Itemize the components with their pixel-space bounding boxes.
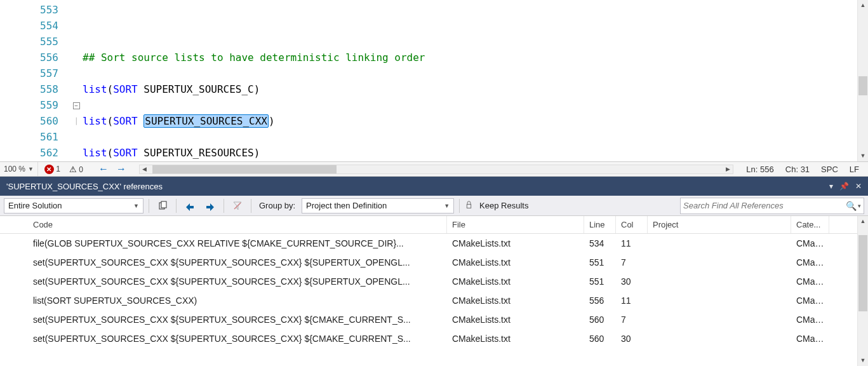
result-file: CMakeLists.txt (447, 315, 584, 325)
result-file: CMakeLists.txt (447, 257, 584, 268)
result-line: 551 (584, 257, 616, 268)
result-code: set(SUPERTUX_SOURCES_CXX ${SUPERTUX_SOUR… (28, 257, 447, 268)
groupby-combo[interactable]: Project then Definition▼ (302, 198, 454, 214)
result-file: CMakeLists.txt (447, 276, 584, 287)
column-header-line[interactable]: Line (584, 216, 616, 233)
column-header-file[interactable]: File (447, 216, 584, 233)
result-col: 11 (616, 238, 648, 248)
result-row[interactable]: set(SUPERTUX_SOURCES_CXX ${SUPERTUX_SOUR… (0, 310, 868, 329)
editor-horizontal-scrollbar[interactable]: ◀ ▶ (139, 165, 733, 174)
warnings-indicator[interactable]: ⚠ 0 (69, 165, 83, 174)
result-file: CMakeLists.txt (447, 295, 584, 306)
result-code: set(SUPERTUX_SOURCES_CXX ${SUPERTUX_SOUR… (28, 334, 447, 344)
fold-column[interactable]: − │ (70, 0, 83, 161)
result-code: list(SORT SUPERTUX_SOURCES_CXX) (28, 295, 447, 306)
result-code: set(SUPERTUX_SOURCES_CXX ${SUPERTUX_SOUR… (28, 276, 447, 287)
scroll-right-icon[interactable]: ▶ (723, 166, 733, 172)
result-category: CMak... (791, 295, 829, 306)
keep-results-toggle[interactable]: Keep Results (477, 201, 531, 210)
scrollbar-thumb[interactable] (858, 76, 867, 95)
result-col: 7 (616, 315, 648, 325)
result-line: 551 (584, 276, 616, 287)
result-col: 30 (616, 334, 648, 344)
nav-back-button[interactable]: ← (98, 163, 109, 175)
results-vertical-scrollbar[interactable]: ▲ ▼ (857, 216, 868, 366)
result-col: 11 (616, 295, 648, 306)
column-header-col[interactable]: Col (616, 216, 648, 233)
fold-toggle-icon[interactable]: − (73, 102, 80, 109)
result-row[interactable]: list(SORT SUPERTUX_SOURCES_CXX)CMakeList… (0, 291, 868, 310)
scope-combo[interactable]: Entire Solution▼ (4, 198, 144, 214)
result-line: 560 (584, 315, 616, 325)
eol-mode[interactable]: LF (850, 165, 859, 174)
references-panel-title-bar[interactable]: 'SUPERTUX_SOURCES_CXX' references ▾ 📌 ✕ (0, 177, 868, 196)
column-header-project[interactable]: Project (648, 216, 791, 233)
prev-location-button[interactable] (182, 198, 198, 214)
search-references-input[interactable] (683, 201, 846, 210)
scrollbar-thumb[interactable] (152, 165, 337, 173)
result-file: CMakeLists.txt (447, 238, 584, 248)
errors-indicator[interactable]: ✕ 1 (44, 165, 60, 174)
line-number-gutter: 553 554 555 556 557 558 559 560 561 562 … (0, 0, 70, 161)
result-line: 556 (584, 295, 616, 306)
result-row[interactable]: set(SUPERTUX_SOURCES_CXX ${SUPERTUX_SOUR… (0, 253, 868, 272)
result-category: CMak... (791, 238, 829, 248)
code-comment: ## Sort source lists to have determinist… (83, 51, 425, 64)
result-file: CMakeLists.txt (447, 334, 584, 344)
result-category: CMak... (791, 276, 829, 287)
column-header-code[interactable]: Code (28, 216, 447, 233)
pin-icon[interactable]: 📌 (839, 182, 849, 191)
zoom-combo[interactable]: 100 %▼ (0, 162, 38, 176)
result-row[interactable]: set(SUPERTUX_SOURCES_CXX ${SUPERTUX_SOUR… (0, 272, 868, 291)
indent-mode[interactable]: SPC (821, 165, 838, 174)
nav-forward-button[interactable]: → (116, 163, 126, 175)
references-toolbar: Entire Solution▼ Group by: Project then … (0, 196, 868, 216)
result-row[interactable]: file(GLOB SUPERTUX_SOURCES_CXX RELATIVE … (0, 234, 868, 253)
groupby-label: Group by: (257, 201, 298, 210)
editor-vertical-scrollbar[interactable]: ▲ ▼ (857, 0, 868, 161)
results-header-row[interactable]: Code File Line Col Project Cate... (0, 216, 868, 234)
references-results: Code File Line Col Project Cate... file(… (0, 216, 868, 366)
result-code: set(SUPERTUX_SOURCES_CXX ${SUPERTUX_SOUR… (28, 315, 447, 325)
result-col: 30 (616, 276, 648, 287)
clear-filters-button (229, 198, 246, 214)
result-line: 560 (584, 334, 616, 344)
scrollbar-thumb[interactable] (858, 235, 867, 311)
result-category: CMak... (791, 257, 829, 268)
window-position-icon[interactable]: ▾ (829, 182, 833, 191)
column-header-category[interactable]: Cate... (791, 216, 829, 233)
code-content[interactable]: ## Sort source lists to have determinist… (83, 0, 868, 161)
cursor-line: Ln: 556 (746, 165, 773, 174)
scroll-down-icon[interactable]: ▼ (858, 151, 868, 161)
result-category: CMak... (791, 334, 829, 344)
panel-title: 'SUPERTUX_SOURCES_CXX' references (6, 182, 163, 191)
search-icon[interactable]: 🔍 (846, 201, 857, 211)
selected-text: SUPERTUX_SOURCES_CXX (144, 114, 269, 128)
warning-icon: ⚠ (69, 165, 77, 174)
svg-rect-3 (467, 204, 471, 208)
result-line: 534 (584, 238, 616, 248)
result-col: 7 (616, 257, 648, 268)
svg-rect-1 (161, 201, 166, 208)
cursor-char: Ch: 31 (785, 165, 810, 174)
error-icon: ✕ (44, 165, 54, 174)
close-icon[interactable]: ✕ (855, 182, 862, 191)
search-references-box[interactable]: 🔍 ▾ (680, 198, 864, 214)
result-category: CMak... (791, 315, 829, 325)
scroll-up-icon[interactable]: ▲ (858, 216, 868, 227)
copy-button[interactable] (154, 198, 171, 214)
result-code: file(GLOB SUPERTUX_SOURCES_CXX RELATIVE … (28, 238, 447, 248)
scroll-down-icon[interactable]: ▼ (858, 355, 868, 366)
scroll-left-icon[interactable]: ◀ (140, 166, 149, 172)
editor-status-bar: 100 %▼ ✕ 1 ⚠ 0 ← → ◀ ▶ Ln: 556 Ch: 31 SP… (0, 162, 868, 177)
scroll-up-icon[interactable]: ▲ (858, 0, 868, 11)
result-row[interactable]: set(SUPERTUX_SOURCES_CXX ${SUPERTUX_SOUR… (0, 329, 868, 348)
code-editor[interactable]: 553 554 555 556 557 558 559 560 561 562 … (0, 0, 868, 162)
lock-icon (465, 201, 473, 211)
next-location-button[interactable] (202, 198, 218, 214)
